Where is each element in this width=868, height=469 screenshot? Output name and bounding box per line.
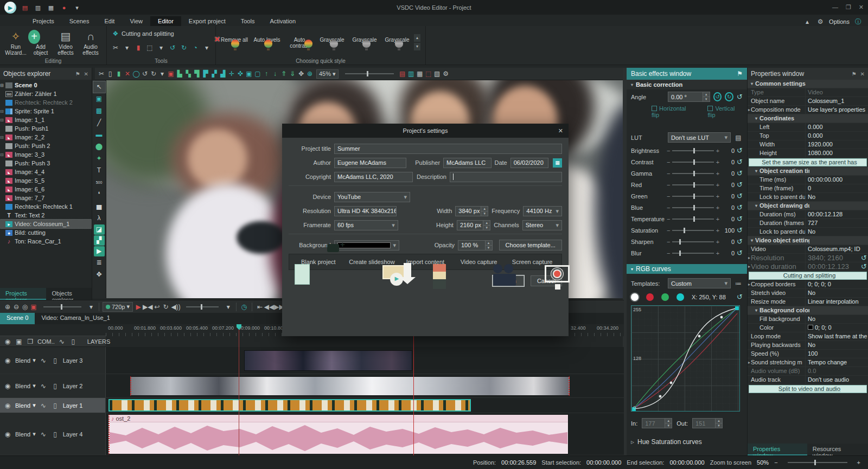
dropdown-icon[interactable]: ▾	[87, 303, 95, 311]
toolbar-icon[interactable]: ▯	[106, 69, 114, 78]
toolbar-icon[interactable]: ▾	[158, 69, 167, 78]
slider-track[interactable]	[672, 207, 713, 208]
tool-icon[interactable]: ◔	[191, 43, 200, 52]
opacity-input[interactable]: 100 %▲▼	[458, 240, 493, 250]
tree-item[interactable]: Rechteck: Rechteck 2	[0, 98, 92, 107]
preview-zoom-dropdown[interactable]: 45% ▾	[316, 69, 339, 79]
property-row[interactable]: Cutting and splitting	[749, 272, 867, 280]
slider-track[interactable]	[672, 173, 713, 174]
slider-reset-icon[interactable]: ↺	[737, 169, 743, 177]
property-row[interactable]: Playing backwards No	[748, 341, 868, 350]
tool-icon[interactable]: ↺	[168, 43, 177, 52]
toolbar-icon[interactable]: ⬚	[424, 69, 433, 78]
volume-slider[interactable]	[186, 306, 219, 307]
pin-icon[interactable]: ⚑	[852, 71, 857, 77]
slider-track[interactable]	[672, 230, 713, 231]
toolbar-icon[interactable]: ✛	[227, 69, 236, 78]
tree-item[interactable]: Image: 5_5	[0, 176, 92, 185]
template-card[interactable]: Video capture	[455, 259, 503, 265]
slider-track[interactable]	[672, 150, 713, 151]
property-row[interactable]: Object drawing duration	[748, 202, 868, 210]
slider-track[interactable]	[672, 253, 713, 254]
tree-item[interactable]: Image: 4_4	[0, 168, 92, 176]
tree-item[interactable]: Text: Text 2	[0, 211, 92, 220]
skip-icon[interactable]: ◀◀	[264, 303, 274, 311]
property-row[interactable]: Speed (%) 100	[748, 350, 868, 358]
ribbon-button[interactable]: ✧Run Wizard...	[3, 29, 28, 56]
property-row[interactable]: Time (ms) 00:00:00.000	[748, 176, 868, 184]
tool-button[interactable]: ↖	[93, 81, 105, 93]
toolbar-icon[interactable]: ↻	[149, 69, 158, 78]
toolbar-icon[interactable]: ✥	[297, 69, 305, 78]
video-clip[interactable]	[130, 376, 570, 396]
pin-icon[interactable]: ⚑	[75, 71, 80, 77]
template-card[interactable]: Create slideshow	[348, 259, 396, 265]
slider-reset-icon[interactable]: ↺	[737, 215, 743, 223]
property-row[interactable]: Resolution 3840; 2160	[748, 254, 868, 262]
scroll-down-icon[interactable]: ▾	[414, 43, 420, 50]
toolbar-icon[interactable]: ⇑	[279, 69, 288, 78]
blend-dropdown[interactable]: Blend▾	[15, 357, 36, 364]
zoom-plus-icon[interactable]: +	[857, 459, 860, 466]
slider-track[interactable]	[672, 219, 713, 220]
blend-dropdown[interactable]: Blend▾	[15, 431, 36, 438]
speaker-icon[interactable]: ◀))	[171, 303, 180, 311]
date-input[interactable]: 06/02/2020	[510, 158, 548, 168]
property-row[interactable]: Audio track Don't use audio	[748, 376, 868, 384]
tree-item[interactable]: ⊟ Sprite: Sprite 1	[0, 107, 92, 115]
menu-item[interactable]: Export project	[181, 16, 233, 26]
channel-red-dot[interactable]	[646, 293, 654, 301]
toolbar-icon[interactable]: ▧	[433, 69, 442, 78]
ribbon-button[interactable]: +Add object	[28, 29, 53, 56]
template-card[interactable]: Blank project	[295, 259, 342, 265]
toolbar-icon[interactable]: ▣	[167, 69, 175, 78]
property-row[interactable]: Video object settings	[748, 236, 868, 245]
tree-item[interactable]: ⊟ Image: 3_3	[0, 150, 92, 159]
tool-icon[interactable]: ▾	[157, 43, 165, 52]
scene-tab[interactable]: Video: Camera_In_Use_1	[35, 313, 116, 324]
property-row[interactable]: Set the same size as the parent has	[749, 158, 867, 166]
slider-reset-icon[interactable]: ↺	[737, 158, 743, 166]
property-row[interactable]: Coordinates	[748, 114, 868, 123]
tree-item[interactable]: Zähler: Zähler 1	[0, 89, 92, 98]
property-row[interactable]: Lock to parent du No	[748, 228, 868, 236]
property-row[interactable]: Duration (ms) 00:00:12.128	[748, 210, 868, 219]
property-row[interactable]: Background color	[748, 306, 868, 315]
layer-header[interactable]: ◉ Blend▾ ∿ ▯ Layer 3	[0, 347, 106, 374]
tool-button[interactable]: ≣	[93, 257, 105, 268]
minimize-button[interactable]: —	[832, 4, 838, 11]
tree-item[interactable]: Bild: cutting	[0, 228, 92, 237]
video-clip[interactable]	[244, 350, 412, 371]
tree-caret-icon[interactable]: ⊟	[0, 109, 5, 114]
timeline-icon[interactable]: ⊖	[12, 303, 21, 311]
curve-reset-icon[interactable]: ↺	[737, 293, 743, 301]
property-row[interactable]: Type Video	[748, 88, 868, 97]
ribbon-button[interactable]: ▤Video effects	[53, 29, 78, 56]
tool-button[interactable]: ╱	[93, 117, 105, 129]
close-panel-icon[interactable]: ✕	[860, 71, 865, 77]
menu-item[interactable]: Projects	[25, 16, 62, 26]
menu-item[interactable]: Tools	[233, 16, 263, 26]
status-zoom-slider[interactable]	[788, 462, 847, 463]
close-button[interactable]: ✕	[859, 4, 864, 11]
dropdown-icon[interactable]: ▾	[224, 303, 233, 311]
description-input[interactable]	[450, 172, 562, 182]
dialog-title-bar[interactable]: Project's settings ✕	[282, 124, 569, 138]
tool-button[interactable]: T	[93, 165, 105, 176]
toolbar-icon[interactable]: ▟	[219, 69, 227, 78]
layer-header[interactable]: ◉ Blend▾ ∿ ▯ Layer 4	[0, 413, 106, 455]
property-row[interactable]: Duration (frames 727	[748, 219, 868, 228]
maximize-button[interactable]: ❐	[846, 4, 851, 11]
slider-reset-icon[interactable]: ↺	[737, 146, 743, 155]
lut-browse-icon[interactable]: ▤	[734, 133, 743, 142]
explorer-tab[interactable]: Projects explorer	[0, 288, 46, 300]
property-row[interactable]: Height 1080.000	[748, 149, 868, 158]
tool-button[interactable]: ◪	[94, 224, 105, 235]
timeline-icon[interactable]: ◎	[21, 303, 29, 311]
choose-template-button[interactable]: Choose template...	[499, 240, 562, 250]
tool-icon[interactable]: ✂	[111, 43, 120, 52]
property-row[interactable]: Cropped borders 0; 0; 0; 0	[748, 280, 868, 289]
lut-dropdown[interactable]: Don't use LUT	[668, 132, 731, 143]
quick-style-thumb[interactable]: Remove all	[219, 37, 250, 49]
out-input[interactable]: 151▲▼	[692, 418, 723, 428]
